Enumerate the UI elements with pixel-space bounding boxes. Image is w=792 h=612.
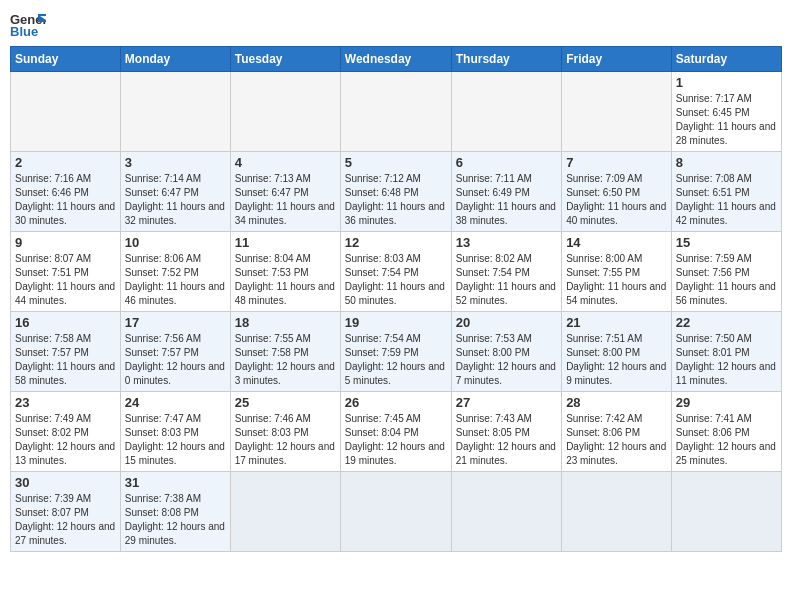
calendar-week-row: 2Sunrise: 7:16 AM Sunset: 6:46 PM Daylig…: [11, 152, 782, 232]
day-info: Sunrise: 8:02 AM Sunset: 7:54 PM Dayligh…: [456, 252, 557, 308]
calendar-cell: 16Sunrise: 7:58 AM Sunset: 7:57 PM Dayli…: [11, 312, 121, 392]
day-info: Sunrise: 7:13 AM Sunset: 6:47 PM Dayligh…: [235, 172, 336, 228]
day-number: 17: [125, 315, 226, 330]
calendar-header-friday: Friday: [562, 47, 672, 72]
calendar-cell: 10Sunrise: 8:06 AM Sunset: 7:52 PM Dayli…: [120, 232, 230, 312]
day-info: Sunrise: 7:43 AM Sunset: 8:05 PM Dayligh…: [456, 412, 557, 468]
calendar-header-tuesday: Tuesday: [230, 47, 340, 72]
day-number: 11: [235, 235, 336, 250]
day-number: 13: [456, 235, 557, 250]
day-number: 2: [15, 155, 116, 170]
calendar-header-thursday: Thursday: [451, 47, 561, 72]
day-info: Sunrise: 7:49 AM Sunset: 8:02 PM Dayligh…: [15, 412, 116, 468]
day-number: 16: [15, 315, 116, 330]
calendar-cell: [230, 72, 340, 152]
day-number: 3: [125, 155, 226, 170]
calendar-table: SundayMondayTuesdayWednesdayThursdayFrid…: [10, 46, 782, 552]
day-number: 6: [456, 155, 557, 170]
calendar-cell: 12Sunrise: 8:03 AM Sunset: 7:54 PM Dayli…: [340, 232, 451, 312]
day-info: Sunrise: 7:56 AM Sunset: 7:57 PM Dayligh…: [125, 332, 226, 388]
day-info: Sunrise: 7:16 AM Sunset: 6:46 PM Dayligh…: [15, 172, 116, 228]
day-number: 18: [235, 315, 336, 330]
day-info: Sunrise: 7:14 AM Sunset: 6:47 PM Dayligh…: [125, 172, 226, 228]
day-number: 10: [125, 235, 226, 250]
day-info: Sunrise: 7:47 AM Sunset: 8:03 PM Dayligh…: [125, 412, 226, 468]
calendar-cell: 5Sunrise: 7:12 AM Sunset: 6:48 PM Daylig…: [340, 152, 451, 232]
day-info: Sunrise: 7:39 AM Sunset: 8:07 PM Dayligh…: [15, 492, 116, 548]
day-number: 1: [676, 75, 777, 90]
day-info: Sunrise: 7:42 AM Sunset: 8:06 PM Dayligh…: [566, 412, 667, 468]
calendar-header-saturday: Saturday: [671, 47, 781, 72]
day-info: Sunrise: 7:46 AM Sunset: 8:03 PM Dayligh…: [235, 412, 336, 468]
day-info: Sunrise: 7:09 AM Sunset: 6:50 PM Dayligh…: [566, 172, 667, 228]
day-number: 29: [676, 395, 777, 410]
day-number: 27: [456, 395, 557, 410]
calendar-cell: 4Sunrise: 7:13 AM Sunset: 6:47 PM Daylig…: [230, 152, 340, 232]
calendar-cell: 29Sunrise: 7:41 AM Sunset: 8:06 PM Dayli…: [671, 392, 781, 472]
calendar-cell: [230, 472, 340, 552]
calendar-cell: 17Sunrise: 7:56 AM Sunset: 7:57 PM Dayli…: [120, 312, 230, 392]
day-info: Sunrise: 7:12 AM Sunset: 6:48 PM Dayligh…: [345, 172, 447, 228]
calendar-cell: 3Sunrise: 7:14 AM Sunset: 6:47 PM Daylig…: [120, 152, 230, 232]
calendar-cell: 24Sunrise: 7:47 AM Sunset: 8:03 PM Dayli…: [120, 392, 230, 472]
day-info: Sunrise: 7:58 AM Sunset: 7:57 PM Dayligh…: [15, 332, 116, 388]
day-info: Sunrise: 7:38 AM Sunset: 8:08 PM Dayligh…: [125, 492, 226, 548]
day-info: Sunrise: 7:55 AM Sunset: 7:58 PM Dayligh…: [235, 332, 336, 388]
logo: General Blue: [10, 10, 46, 38]
calendar-cell: 20Sunrise: 7:53 AM Sunset: 8:00 PM Dayli…: [451, 312, 561, 392]
day-number: 4: [235, 155, 336, 170]
calendar-cell: 21Sunrise: 7:51 AM Sunset: 8:00 PM Dayli…: [562, 312, 672, 392]
day-number: 14: [566, 235, 667, 250]
day-number: 7: [566, 155, 667, 170]
calendar-cell: 2Sunrise: 7:16 AM Sunset: 6:46 PM Daylig…: [11, 152, 121, 232]
day-number: 26: [345, 395, 447, 410]
day-info: Sunrise: 7:11 AM Sunset: 6:49 PM Dayligh…: [456, 172, 557, 228]
calendar-cell: 11Sunrise: 8:04 AM Sunset: 7:53 PM Dayli…: [230, 232, 340, 312]
calendar-header-sunday: Sunday: [11, 47, 121, 72]
day-info: Sunrise: 7:41 AM Sunset: 8:06 PM Dayligh…: [676, 412, 777, 468]
day-number: 8: [676, 155, 777, 170]
day-number: 31: [125, 475, 226, 490]
calendar-cell: [11, 72, 121, 152]
day-info: Sunrise: 7:59 AM Sunset: 7:56 PM Dayligh…: [676, 252, 777, 308]
day-number: 28: [566, 395, 667, 410]
calendar-week-row: 30Sunrise: 7:39 AM Sunset: 8:07 PM Dayli…: [11, 472, 782, 552]
calendar-cell: 15Sunrise: 7:59 AM Sunset: 7:56 PM Dayli…: [671, 232, 781, 312]
calendar-cell: [562, 472, 672, 552]
svg-text:Blue: Blue: [10, 24, 38, 38]
day-number: 22: [676, 315, 777, 330]
calendar-cell: 31Sunrise: 7:38 AM Sunset: 8:08 PM Dayli…: [120, 472, 230, 552]
day-number: 5: [345, 155, 447, 170]
calendar-cell: 1Sunrise: 7:17 AM Sunset: 6:45 PM Daylig…: [671, 72, 781, 152]
calendar-week-row: 23Sunrise: 7:49 AM Sunset: 8:02 PM Dayli…: [11, 392, 782, 472]
calendar-cell: 18Sunrise: 7:55 AM Sunset: 7:58 PM Dayli…: [230, 312, 340, 392]
day-number: 9: [15, 235, 116, 250]
day-info: Sunrise: 7:53 AM Sunset: 8:00 PM Dayligh…: [456, 332, 557, 388]
calendar-header-row: SundayMondayTuesdayWednesdayThursdayFrid…: [11, 47, 782, 72]
calendar-cell: [671, 472, 781, 552]
calendar-header-wednesday: Wednesday: [340, 47, 451, 72]
day-number: 12: [345, 235, 447, 250]
calendar-cell: [120, 72, 230, 152]
calendar-cell: 19Sunrise: 7:54 AM Sunset: 7:59 PM Dayli…: [340, 312, 451, 392]
calendar-cell: 14Sunrise: 8:00 AM Sunset: 7:55 PM Dayli…: [562, 232, 672, 312]
day-number: 24: [125, 395, 226, 410]
calendar-week-row: 9Sunrise: 8:07 AM Sunset: 7:51 PM Daylig…: [11, 232, 782, 312]
page: General Blue SundayMondayTuesdayWednesda…: [0, 0, 792, 562]
calendar-cell: 27Sunrise: 7:43 AM Sunset: 8:05 PM Dayli…: [451, 392, 561, 472]
calendar-week-row: 16Sunrise: 7:58 AM Sunset: 7:57 PM Dayli…: [11, 312, 782, 392]
calendar-cell: [340, 72, 451, 152]
calendar-cell: [451, 472, 561, 552]
calendar-cell: 7Sunrise: 7:09 AM Sunset: 6:50 PM Daylig…: [562, 152, 672, 232]
day-info: Sunrise: 7:08 AM Sunset: 6:51 PM Dayligh…: [676, 172, 777, 228]
day-info: Sunrise: 8:04 AM Sunset: 7:53 PM Dayligh…: [235, 252, 336, 308]
day-info: Sunrise: 8:07 AM Sunset: 7:51 PM Dayligh…: [15, 252, 116, 308]
day-info: Sunrise: 7:54 AM Sunset: 7:59 PM Dayligh…: [345, 332, 447, 388]
calendar-cell: 23Sunrise: 7:49 AM Sunset: 8:02 PM Dayli…: [11, 392, 121, 472]
calendar-cell: 28Sunrise: 7:42 AM Sunset: 8:06 PM Dayli…: [562, 392, 672, 472]
day-info: Sunrise: 8:06 AM Sunset: 7:52 PM Dayligh…: [125, 252, 226, 308]
day-number: 25: [235, 395, 336, 410]
day-number: 19: [345, 315, 447, 330]
day-number: 21: [566, 315, 667, 330]
day-info: Sunrise: 7:50 AM Sunset: 8:01 PM Dayligh…: [676, 332, 777, 388]
